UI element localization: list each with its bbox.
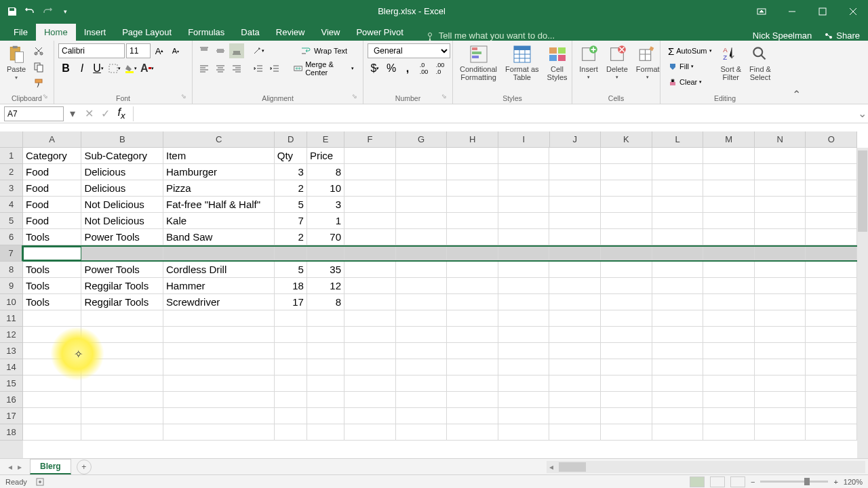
cell[interactable] <box>396 278 448 294</box>
align-left-icon[interactable] <box>197 61 212 76</box>
cell[interactable]: Qty <box>275 148 307 164</box>
cell[interactable] <box>755 392 806 408</box>
clear-button[interactable]: Clear▾ <box>665 75 715 89</box>
copy-icon[interactable] <box>31 60 46 75</box>
cell[interactable] <box>703 247 755 260</box>
cell[interactable] <box>275 375 307 392</box>
cell[interactable] <box>396 164 448 180</box>
font-launcher-icon[interactable]: ⬂ <box>181 93 191 102</box>
cell[interactable]: 8 <box>307 294 344 310</box>
bold-icon[interactable]: B <box>58 61 73 76</box>
cell[interactable] <box>307 310 344 327</box>
cell[interactable] <box>344 392 396 408</box>
cell[interactable] <box>447 375 498 392</box>
cell[interactable] <box>601 327 652 343</box>
cell[interactable] <box>447 262 498 278</box>
cell[interactable] <box>549 180 601 197</box>
cell[interactable] <box>755 262 806 278</box>
delete-button[interactable]: Delete▾ <box>604 43 631 81</box>
cell[interactable] <box>498 278 550 294</box>
cell[interactable] <box>447 148 498 164</box>
font-size-select[interactable] <box>126 43 151 58</box>
cell[interactable] <box>396 197 448 213</box>
minimize-icon[interactable] <box>776 0 807 22</box>
macro-record-icon[interactable] <box>35 477 45 487</box>
cell[interactable] <box>498 408 550 424</box>
cell[interactable]: 1 <box>307 213 344 229</box>
cell[interactable] <box>81 310 163 327</box>
cell[interactable] <box>806 213 857 229</box>
cell[interactable] <box>81 247 163 260</box>
cell[interactable] <box>755 164 806 180</box>
cell[interactable] <box>652 278 704 294</box>
row-header[interactable]: 13 <box>0 343 23 359</box>
cell[interactable] <box>549 294 601 310</box>
cell[interactable] <box>163 392 275 408</box>
cell[interactable]: Hammer <box>163 278 275 294</box>
col-header[interactable]: J <box>550 131 601 148</box>
cell[interactable] <box>344 164 396 180</box>
cell[interactable] <box>601 148 652 164</box>
wrap-text-button[interactable]: Wrap Text <box>289 43 359 58</box>
cell[interactable]: Food <box>23 164 81 180</box>
sheet-nav[interactable]: ◂▸ <box>0 462 30 472</box>
cell[interactable] <box>396 262 448 278</box>
cell[interactable] <box>755 294 806 310</box>
decrease-decimal-icon[interactable]: .00.0 <box>433 61 448 76</box>
ribbon-options-icon[interactable] <box>746 0 776 22</box>
cell[interactable]: Cordless Drill <box>163 262 275 278</box>
autosum-button[interactable]: ΣAutoSum▾ <box>665 43 715 58</box>
cell[interactable] <box>163 359 275 375</box>
cell[interactable] <box>275 408 307 424</box>
user-name[interactable]: Nick Speelman <box>753 30 812 41</box>
fx-icon[interactable]: fx <box>114 106 129 121</box>
cell[interactable] <box>806 359 857 375</box>
col-header[interactable]: O <box>806 131 857 148</box>
cell[interactable] <box>806 343 857 359</box>
row-header[interactable]: 18 <box>0 424 23 441</box>
cell[interactable] <box>549 343 601 359</box>
cell[interactable] <box>652 359 704 375</box>
cell[interactable] <box>652 229 704 245</box>
add-sheet-icon[interactable]: + <box>77 460 92 474</box>
cell[interactable]: Tools <box>23 262 81 278</box>
cell[interactable]: Not Delicious <box>81 213 163 229</box>
cell[interactable] <box>307 424 344 441</box>
cell[interactable] <box>163 408 275 424</box>
tab-insert[interactable]: Insert <box>76 24 115 41</box>
cell[interactable] <box>396 310 448 327</box>
cut-icon[interactable] <box>31 43 46 58</box>
cell[interactable] <box>344 229 396 245</box>
row-header[interactable]: 15 <box>0 375 23 392</box>
maximize-icon[interactable] <box>807 0 837 22</box>
cell[interactable] <box>549 247 601 260</box>
paste-button[interactable]: Paste ▾ <box>4 43 28 82</box>
cell[interactable] <box>275 392 307 408</box>
cell[interactable] <box>23 424 81 441</box>
cell[interactable] <box>806 424 857 441</box>
cell[interactable] <box>601 278 652 294</box>
format-button[interactable]: Format▾ <box>633 43 663 81</box>
cell[interactable] <box>652 294 704 310</box>
cell[interactable]: 35 <box>307 262 344 278</box>
cell[interactable] <box>601 310 652 327</box>
cell[interactable] <box>396 327 448 343</box>
cell[interactable] <box>23 247 81 260</box>
cell[interactable] <box>275 359 307 375</box>
cell[interactable] <box>703 197 755 213</box>
fill-button[interactable]: Fill▾ <box>665 59 715 74</box>
cell[interactable] <box>549 408 601 424</box>
cell[interactable] <box>447 229 498 245</box>
format-as-table-button[interactable]: Format as Table <box>502 43 542 83</box>
zoom-in-icon[interactable]: + <box>833 478 837 486</box>
zoom-out-icon[interactable]: − <box>751 478 755 486</box>
cell[interactable] <box>23 375 81 392</box>
cell[interactable] <box>703 180 755 197</box>
save-icon[interactable] <box>5 5 19 18</box>
alignment-launcher-icon[interactable]: ⬂ <box>352 93 361 102</box>
cell[interactable]: Food <box>23 197 81 213</box>
currency-icon[interactable]: $▾ <box>368 61 382 76</box>
cell[interactable] <box>447 310 498 327</box>
cell[interactable] <box>498 229 550 245</box>
increase-font-icon[interactable]: A▴ <box>152 43 167 58</box>
